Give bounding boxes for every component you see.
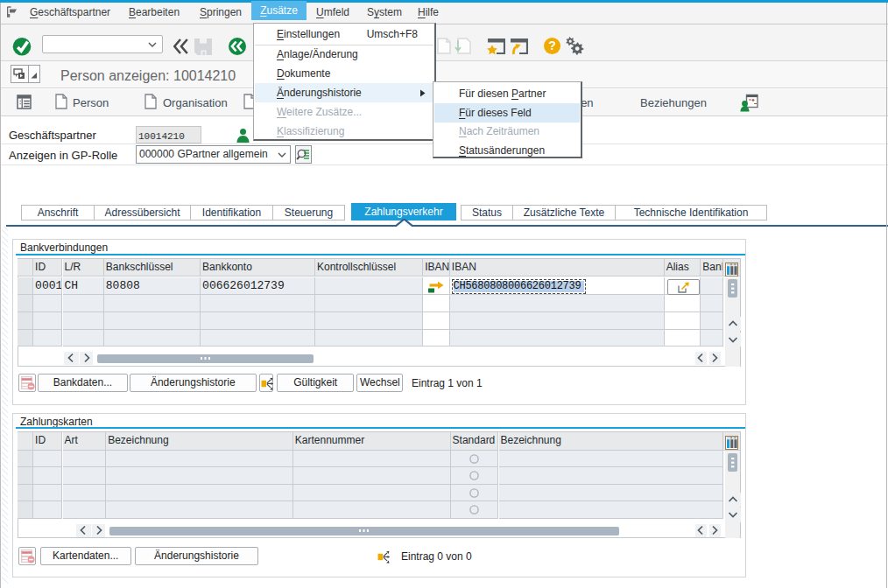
svg-text:?: ? <box>548 38 556 52</box>
